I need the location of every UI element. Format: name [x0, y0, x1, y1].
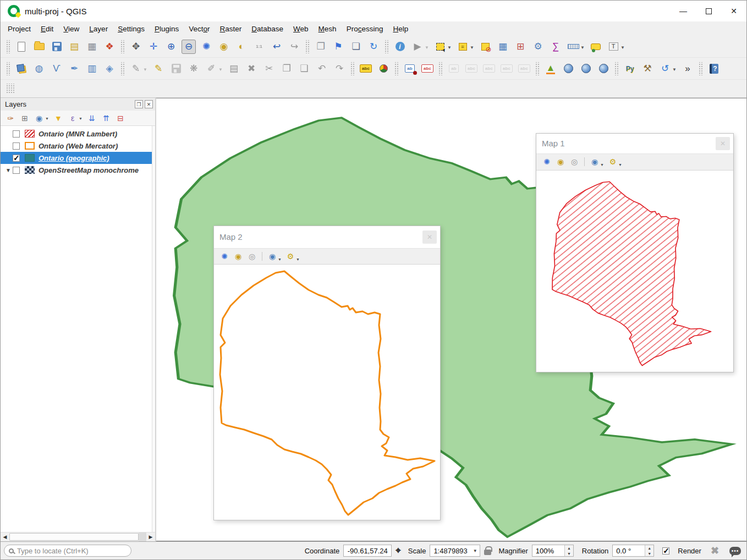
zoom-in-button[interactable]: ⊕ [164, 40, 178, 54]
maximize-button[interactable] [696, 1, 721, 21]
layers-horizontal-scrollbar[interactable]: ◀ ▶ [1, 532, 155, 541]
refresh-button[interactable]: ↻ [366, 40, 381, 54]
identify-features-button[interactable]: i [393, 40, 407, 54]
pin-labels-button[interactable]: ab [403, 62, 417, 76]
toolbar-drag-handle[interactable] [120, 40, 124, 53]
lock-scale-icon[interactable] [484, 550, 491, 555]
toolbar-drag-handle[interactable] [698, 62, 702, 75]
panel-set-view-theme-button[interactable]: ◉▼ [266, 251, 278, 262]
layer-labeling-button[interactable]: abc [359, 62, 373, 76]
map2-canvas[interactable] [214, 265, 440, 520]
minimize-button[interactable]: — [671, 1, 696, 21]
rotation-input[interactable] [613, 545, 645, 556]
close-button[interactable]: ✕ [721, 1, 746, 21]
locator-search[interactable] [4, 545, 131, 557]
extents-toggle-icon[interactable]: ⌖ [396, 545, 401, 556]
spin-down-icon[interactable]: ▼ [565, 551, 573, 556]
menu-project[interactable]: Project [3, 23, 36, 35]
menu-vector[interactable]: Vector [184, 23, 215, 35]
layer-diagram-button[interactable] [376, 62, 391, 76]
scroll-left-arrow-icon[interactable]: ◀ [1, 532, 9, 541]
toolbar-drag-handle[interactable] [438, 62, 442, 75]
layer-visibility-checkbox[interactable] [13, 142, 20, 150]
layer-visibility-checkbox[interactable] [13, 167, 20, 174]
open-project-button[interactable] [32, 40, 46, 54]
open-attribute-table-button[interactable]: ▦ [496, 40, 510, 54]
remove-layer-button[interactable]: ⊟ [114, 112, 127, 124]
style-manager-button[interactable]: ❖ [102, 40, 117, 54]
help-contents-button[interactable]: ? [707, 62, 721, 76]
toolbar-drag-handle[interactable] [614, 62, 618, 75]
menu-plugins[interactable]: Plugins [150, 23, 184, 35]
new-temporary-scratch-layer-button[interactable]: ◈ [102, 62, 117, 76]
zoom-to-layer-button[interactable]: ◐ [234, 40, 249, 54]
menu-mesh[interactable]: Mesh [314, 23, 342, 35]
toggle-editing-button[interactable]: ✎ [151, 62, 166, 76]
toolbar-drag-handle[interactable] [120, 62, 124, 75]
magnifier-input[interactable] [532, 545, 564, 556]
scrollbar-thumb[interactable] [9, 533, 139, 541]
text-annotation-button[interactable]: T▼ [606, 40, 620, 54]
menu-settings[interactable]: Settings [113, 23, 150, 35]
zoom-last-button[interactable]: ↩ [270, 40, 284, 54]
select-features-by-value-button[interactable]: ≡▼ [455, 40, 470, 54]
messages-button[interactable]: ••• [729, 547, 741, 555]
web-globe-search-button[interactable] [579, 62, 593, 76]
toolbar-drag-handle[interactable] [305, 40, 309, 53]
open-layer-styling-button[interactable]: ✑ [4, 112, 17, 124]
layer-item-2[interactable]: Ontario (Web Mercator) [1, 140, 155, 152]
processing-toolbox-button[interactable]: ⚙ [531, 40, 545, 54]
coordinate-input[interactable] [343, 545, 392, 557]
spin-up-icon[interactable]: ▲ [645, 545, 653, 551]
panel-zoom-full-button[interactable]: ✺ [218, 251, 230, 262]
new-virtual-layer-button[interactable]: ▥ [85, 62, 99, 76]
scroll-right-arrow-icon[interactable]: ▶ [146, 532, 155, 541]
new-project-button[interactable] [14, 40, 29, 54]
zoom-to-selection-button[interactable]: ◉ [217, 40, 231, 54]
layer-visibility-checkbox[interactable] [13, 155, 20, 162]
manage-map-themes-button[interactable]: ◉▼ [32, 112, 46, 124]
toolbar-drag-handle[interactable] [535, 62, 539, 75]
layer-item-1[interactable]: Ontario (MNR Lambert) [1, 128, 155, 140]
toolbar-overflow-button[interactable]: » [680, 62, 695, 76]
data-source-manager-button[interactable] [14, 62, 29, 76]
menu-raster[interactable]: Raster [215, 23, 247, 35]
toolbar-drag-handle[interactable] [350, 62, 354, 75]
statistics-summary-button[interactable]: ∑ [548, 40, 563, 54]
zoom-full-button[interactable]: ✺ [199, 40, 213, 54]
field-calculator-button[interactable]: ⊞ [513, 40, 528, 54]
rotation-spinbox[interactable]: ▲▼ [612, 545, 654, 557]
show-spatial-bookmarks-button[interactable]: ❏ [349, 40, 363, 54]
show-layout-manager-button[interactable]: ▦ [85, 40, 99, 54]
new-spatial-bookmark-button[interactable]: ⚑ [331, 40, 345, 54]
magnifier-spinbox[interactable]: ▲▼ [532, 545, 574, 557]
menu-edit[interactable]: Edit [36, 23, 58, 35]
panel-zoom-to-selection-button[interactable]: ◉ [232, 251, 244, 262]
new-map-view-button[interactable]: ❐ [314, 40, 328, 54]
layer-item-3[interactable]: Ontario (geographic) [1, 152, 155, 164]
map-canvas[interactable]: Map 2 ✕ ✺◉◎◉▼⚙▼ Map 1 ✕ ✺◉◎◉▼⚙▼ [156, 98, 746, 541]
spin-up-icon[interactable]: ▲ [565, 545, 573, 551]
panel-view-settings-button[interactable]: ⚙▼ [284, 251, 296, 262]
deselect-features-button[interactable] [478, 40, 492, 54]
new-print-layout-button[interactable]: ▤ [67, 40, 81, 54]
filter-legend-button[interactable]: ▼ [52, 112, 65, 124]
new-geopackage-layer-button[interactable]: ✒ [67, 62, 81, 76]
measure-line-button[interactable]: ▼ [566, 40, 580, 54]
menu-view[interactable]: View [58, 23, 84, 35]
python-console-button[interactable]: Py [623, 62, 637, 76]
add-vector-layer-button[interactable]: ◍ [32, 62, 46, 76]
add-group-button[interactable]: ⊞ [18, 112, 31, 124]
layers-panel-close-button[interactable]: ✕ [145, 100, 153, 108]
render-checkbox[interactable] [662, 547, 669, 554]
geometry-checker-button[interactable]: ▲ [543, 62, 558, 76]
change-label-button[interactable]: abc [420, 62, 435, 76]
panel-set-view-theme-button[interactable]: ◉▼ [589, 156, 601, 167]
map-tips-button[interactable] [589, 40, 603, 54]
plugin-reloader-button[interactable]: ↺▼ [658, 62, 672, 76]
toolbar-drag-handle[interactable] [6, 84, 15, 94]
panel-zoom-to-layer-button[interactable]: ◎ [246, 251, 258, 262]
menu-web[interactable]: Web [288, 23, 314, 35]
map1-canvas[interactable] [536, 171, 733, 372]
save-project-button[interactable] [50, 40, 64, 54]
